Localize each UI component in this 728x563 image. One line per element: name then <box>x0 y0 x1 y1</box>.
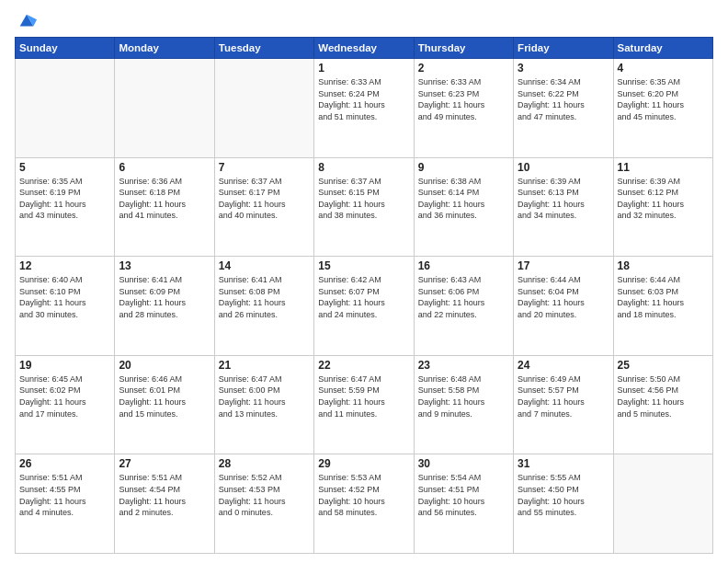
day-number: 23 <box>418 359 509 372</box>
day-info: Sunrise: 6:36 AM Sunset: 6:18 PM Dayligh… <box>119 176 210 222</box>
week-row-5: 26Sunrise: 5:51 AM Sunset: 4:55 PM Dayli… <box>16 454 713 554</box>
calendar-cell: 1Sunrise: 6:33 AM Sunset: 6:24 PM Daylig… <box>314 59 414 158</box>
day-number: 29 <box>318 457 409 470</box>
calendar-cell <box>115 59 214 158</box>
day-info: Sunrise: 6:39 AM Sunset: 6:13 PM Dayligh… <box>518 176 609 222</box>
calendar-cell: 21Sunrise: 6:47 AM Sunset: 6:00 PM Dayli… <box>214 355 313 454</box>
day-number: 9 <box>418 161 509 174</box>
calendar-cell: 19Sunrise: 6:45 AM Sunset: 6:02 PM Dayli… <box>16 355 115 454</box>
calendar-cell: 6Sunrise: 6:36 AM Sunset: 6:18 PM Daylig… <box>115 157 214 257</box>
calendar-cell: 2Sunrise: 6:33 AM Sunset: 6:23 PM Daylig… <box>414 59 513 158</box>
weekday-tuesday: Tuesday <box>214 38 313 59</box>
week-row-4: 19Sunrise: 6:45 AM Sunset: 6:02 PM Dayli… <box>16 355 713 454</box>
day-info: Sunrise: 6:33 AM Sunset: 6:23 PM Dayligh… <box>418 76 509 122</box>
day-number: 10 <box>518 161 609 174</box>
calendar-cell: 29Sunrise: 5:53 AM Sunset: 4:52 PM Dayli… <box>314 454 414 554</box>
day-number: 7 <box>219 161 310 174</box>
calendar-cell: 14Sunrise: 6:41 AM Sunset: 6:08 PM Dayli… <box>214 257 313 356</box>
day-info: Sunrise: 6:49 AM Sunset: 5:57 PM Dayligh… <box>518 373 609 419</box>
day-info: Sunrise: 5:51 AM Sunset: 4:55 PM Dayligh… <box>19 472 110 518</box>
day-info: Sunrise: 5:54 AM Sunset: 4:51 PM Dayligh… <box>418 472 509 518</box>
calendar-cell: 4Sunrise: 6:35 AM Sunset: 6:20 PM Daylig… <box>613 59 712 158</box>
calendar-cell: 20Sunrise: 6:46 AM Sunset: 6:01 PM Dayli… <box>115 355 214 454</box>
day-info: Sunrise: 6:44 AM Sunset: 6:04 PM Dayligh… <box>518 274 609 320</box>
day-info: Sunrise: 6:33 AM Sunset: 6:24 PM Dayligh… <box>318 76 409 122</box>
day-number: 13 <box>119 259 210 272</box>
calendar-cell: 25Sunrise: 5:50 AM Sunset: 4:56 PM Dayli… <box>613 355 712 454</box>
day-number: 16 <box>418 259 509 272</box>
week-row-1: 1Sunrise: 6:33 AM Sunset: 6:24 PM Daylig… <box>16 59 713 158</box>
day-info: Sunrise: 6:46 AM Sunset: 6:01 PM Dayligh… <box>119 373 210 419</box>
calendar-cell: 9Sunrise: 6:38 AM Sunset: 6:14 PM Daylig… <box>414 157 513 257</box>
day-info: Sunrise: 5:52 AM Sunset: 4:53 PM Dayligh… <box>219 472 310 518</box>
day-number: 11 <box>618 161 709 174</box>
day-info: Sunrise: 6:42 AM Sunset: 6:07 PM Dayligh… <box>318 274 409 320</box>
calendar-cell: 22Sunrise: 6:47 AM Sunset: 5:59 PM Dayli… <box>314 355 414 454</box>
day-number: 20 <box>119 359 210 372</box>
day-info: Sunrise: 6:47 AM Sunset: 5:59 PM Dayligh… <box>318 373 409 419</box>
calendar-cell: 7Sunrise: 6:37 AM Sunset: 6:17 PM Daylig… <box>214 157 313 257</box>
weekday-saturday: Saturday <box>613 38 712 59</box>
calendar-cell: 16Sunrise: 6:43 AM Sunset: 6:06 PM Dayli… <box>414 257 513 356</box>
day-info: Sunrise: 6:45 AM Sunset: 6:02 PM Dayligh… <box>19 373 110 419</box>
day-number: 22 <box>318 359 409 372</box>
calendar-cell <box>16 59 115 158</box>
day-info: Sunrise: 6:44 AM Sunset: 6:03 PM Dayligh… <box>618 274 709 320</box>
calendar-cell: 27Sunrise: 5:51 AM Sunset: 4:54 PM Dayli… <box>115 454 214 554</box>
calendar-cell: 31Sunrise: 5:55 AM Sunset: 4:50 PM Dayli… <box>514 454 613 554</box>
day-info: Sunrise: 6:41 AM Sunset: 6:08 PM Dayligh… <box>219 274 310 320</box>
day-info: Sunrise: 6:34 AM Sunset: 6:22 PM Dayligh… <box>518 76 609 122</box>
day-number: 4 <box>618 62 709 75</box>
calendar-cell: 11Sunrise: 6:39 AM Sunset: 6:12 PM Dayli… <box>613 157 712 257</box>
day-info: Sunrise: 5:51 AM Sunset: 4:54 PM Dayligh… <box>119 472 210 518</box>
day-number: 8 <box>318 161 409 174</box>
day-number: 14 <box>219 259 310 272</box>
day-info: Sunrise: 5:50 AM Sunset: 4:56 PM Dayligh… <box>618 373 709 419</box>
calendar-cell: 10Sunrise: 6:39 AM Sunset: 6:13 PM Dayli… <box>514 157 613 257</box>
day-number: 6 <box>119 161 210 174</box>
calendar-cell: 13Sunrise: 6:41 AM Sunset: 6:09 PM Dayli… <box>115 257 214 356</box>
day-number: 30 <box>418 457 509 470</box>
day-number: 1 <box>318 62 409 75</box>
day-number: 24 <box>518 359 609 372</box>
day-info: Sunrise: 6:35 AM Sunset: 6:19 PM Dayligh… <box>19 176 110 222</box>
day-info: Sunrise: 6:37 AM Sunset: 6:15 PM Dayligh… <box>318 176 409 222</box>
weekday-wednesday: Wednesday <box>314 38 414 59</box>
calendar-cell <box>214 59 313 158</box>
calendar-cell: 18Sunrise: 6:44 AM Sunset: 6:03 PM Dayli… <box>613 257 712 356</box>
calendar-cell: 28Sunrise: 5:52 AM Sunset: 4:53 PM Dayli… <box>214 454 313 554</box>
calendar-cell: 23Sunrise: 6:48 AM Sunset: 5:58 PM Dayli… <box>414 355 513 454</box>
logo <box>15 11 37 31</box>
day-number: 3 <box>518 62 609 75</box>
weekday-sunday: Sunday <box>16 38 115 59</box>
day-info: Sunrise: 6:47 AM Sunset: 6:00 PM Dayligh… <box>219 373 310 419</box>
day-info: Sunrise: 6:35 AM Sunset: 6:20 PM Dayligh… <box>618 76 709 122</box>
day-number: 19 <box>19 359 110 372</box>
day-info: Sunrise: 6:41 AM Sunset: 6:09 PM Dayligh… <box>119 274 210 320</box>
header <box>15 11 713 31</box>
day-info: Sunrise: 6:40 AM Sunset: 6:10 PM Dayligh… <box>19 274 110 320</box>
day-number: 17 <box>518 259 609 272</box>
day-number: 5 <box>19 161 110 174</box>
calendar-cell: 26Sunrise: 5:51 AM Sunset: 4:55 PM Dayli… <box>16 454 115 554</box>
calendar-cell: 8Sunrise: 6:37 AM Sunset: 6:15 PM Daylig… <box>314 157 414 257</box>
day-number: 2 <box>418 62 509 75</box>
weekday-friday: Friday <box>514 38 613 59</box>
day-info: Sunrise: 6:38 AM Sunset: 6:14 PM Dayligh… <box>418 176 509 222</box>
day-number: 31 <box>518 457 609 470</box>
day-info: Sunrise: 5:53 AM Sunset: 4:52 PM Dayligh… <box>318 472 409 518</box>
calendar-cell: 24Sunrise: 6:49 AM Sunset: 5:57 PM Dayli… <box>514 355 613 454</box>
calendar-cell: 3Sunrise: 6:34 AM Sunset: 6:22 PM Daylig… <box>514 59 613 158</box>
calendar-cell <box>613 454 712 554</box>
calendar-cell: 5Sunrise: 6:35 AM Sunset: 6:19 PM Daylig… <box>16 157 115 257</box>
day-number: 15 <box>318 259 409 272</box>
day-info: Sunrise: 6:39 AM Sunset: 6:12 PM Dayligh… <box>618 176 709 222</box>
weekday-thursday: Thursday <box>414 38 513 59</box>
day-number: 25 <box>618 359 709 372</box>
day-number: 21 <box>219 359 310 372</box>
calendar-cell: 15Sunrise: 6:42 AM Sunset: 6:07 PM Dayli… <box>314 257 414 356</box>
calendar-cell: 30Sunrise: 5:54 AM Sunset: 4:51 PM Dayli… <box>414 454 513 554</box>
day-number: 26 <box>19 457 110 470</box>
calendar: SundayMondayTuesdayWednesdayThursdayFrid… <box>15 37 713 554</box>
logo-icon <box>17 11 37 31</box>
